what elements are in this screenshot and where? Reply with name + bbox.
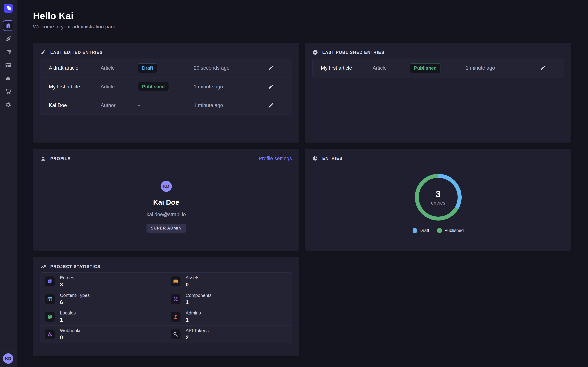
- strapi-logo-icon: [4, 4, 13, 13]
- pencil-icon: [41, 50, 46, 55]
- pencil-icon: [268, 84, 274, 90]
- stat-label: Locales: [60, 310, 76, 316]
- status-badge: -: [138, 103, 140, 108]
- profile-avatar: KD: [161, 181, 172, 192]
- table-row[interactable]: Kai Doe Author - 1 minute ago: [41, 96, 292, 115]
- home-icon: [5, 22, 11, 29]
- user-avatar[interactable]: KD: [3, 353, 13, 364]
- legend-item-draft: Draft: [413, 228, 429, 233]
- entries-total: 3: [436, 189, 441, 199]
- person-icon: [41, 156, 46, 161]
- layout-icon: [5, 62, 11, 68]
- entry-time: 1 minute ago: [466, 65, 538, 71]
- dashboard-grid: LAST EDITED ENTRIES A draft article Arti…: [33, 43, 571, 356]
- stat-value: 1: [60, 317, 76, 323]
- stat-value: 2: [186, 334, 209, 341]
- profile-settings-link[interactable]: Profile settings: [259, 156, 292, 161]
- draft-swatch: [413, 228, 417, 233]
- sidebar-user-section: KD: [0, 350, 16, 367]
- donut-center-label: 3 entries: [415, 174, 462, 221]
- sidebar-item-home[interactable]: [3, 20, 13, 31]
- empty-grid-cell: [305, 257, 571, 356]
- stat-label: Admins: [186, 310, 201, 316]
- card-title: LAST EDITED ENTRIES: [50, 50, 103, 55]
- profile-name: Kai Doe: [153, 198, 179, 206]
- profile-body: KD Kai Doe kai.doe@strapi.io SUPER ADMIN: [41, 161, 292, 233]
- stat-label: Webhooks: [60, 328, 81, 333]
- check-circle-icon: [312, 50, 318, 55]
- stat-value: 0: [186, 282, 199, 288]
- entry-name: My first article: [49, 84, 101, 90]
- key-icon: [171, 329, 181, 339]
- last-edited-table: A draft article Article Draft 20 seconds…: [41, 58, 292, 115]
- table-row[interactable]: A draft article Article Draft 20 seconds…: [41, 59, 292, 77]
- stat-label: Assets: [186, 275, 199, 280]
- legend-item-published: Published: [437, 228, 464, 233]
- sidebar-item-content-manager[interactable]: [3, 33, 13, 44]
- status-badge: Published: [138, 82, 169, 91]
- edit-entry-button[interactable]: [538, 63, 547, 73]
- sidebar-item-marketplace[interactable]: [3, 86, 13, 97]
- card-header: PROJECT STATISTICS: [41, 264, 292, 269]
- locales-icon: [45, 312, 55, 322]
- stat-value: 6: [60, 299, 90, 305]
- table-row[interactable]: My first article Article Published 1 min…: [41, 77, 292, 96]
- admins-icon: [171, 312, 181, 322]
- pie-chart-icon: [312, 156, 318, 161]
- entry-type: Article: [372, 65, 410, 71]
- sidebar: KD: [0, 0, 17, 367]
- role-badge: SUPER ADMIN: [147, 224, 186, 233]
- stat-value: 0: [60, 334, 81, 341]
- stat-admins: Admins 1: [166, 308, 292, 325]
- components-icon: [171, 294, 181, 304]
- pencil-icon: [268, 65, 274, 71]
- cart-icon: [5, 88, 11, 95]
- pencil-icon: [268, 102, 274, 108]
- strapi-logo[interactable]: [4, 4, 13, 13]
- profile-card: PROFILE Profile settings KD Kai Doe kai.…: [33, 149, 299, 251]
- entry-time: 1 minute ago: [194, 102, 266, 108]
- stat-label: Content-Types: [60, 293, 90, 298]
- stat-label: API Tokens: [186, 328, 209, 333]
- stat-webhooks: Webhooks 0: [41, 325, 166, 343]
- card-header: ENTRIES: [312, 156, 564, 161]
- card-title: PROJECT STATISTICS: [50, 264, 100, 269]
- assets-icon: [171, 276, 181, 286]
- sidebar-item-deploy[interactable]: [3, 73, 13, 84]
- entry-type: Author: [101, 102, 138, 108]
- stat-value: 3: [60, 282, 74, 288]
- stat-components: Components 1: [166, 290, 292, 308]
- entry-name: Kai Doe: [49, 102, 101, 108]
- edit-entry-button[interactable]: [266, 82, 275, 91]
- sidebar-nav: [3, 20, 13, 110]
- stat-api-tokens: API Tokens 2: [166, 325, 292, 343]
- page-title: Hello Kai: [33, 10, 571, 21]
- sidebar-item-media-library[interactable]: [3, 47, 13, 57]
- stat-label: Entries: [60, 275, 74, 280]
- status-badge: Draft: [138, 63, 157, 73]
- webhook-icon: [45, 329, 55, 339]
- stat-entries: Entries 3: [41, 273, 166, 290]
- entries-chart-card: ENTRIES 3 entries Draft P: [305, 149, 571, 251]
- stat-assets: Assets 0: [166, 273, 292, 290]
- card-title: LAST PUBLISHED ENTRIES: [322, 50, 384, 55]
- entry-time: 1 minute ago: [194, 84, 266, 90]
- entry-name: A draft article: [49, 65, 101, 71]
- entry-time: 20 seconds ago: [194, 65, 266, 71]
- card-header: LAST EDITED ENTRIES: [41, 50, 292, 55]
- edit-entry-button[interactable]: [266, 63, 275, 73]
- table-row[interactable]: My first article Article Published 1 min…: [313, 59, 564, 77]
- card-title: PROFILE: [50, 156, 70, 161]
- pencil-icon: [540, 65, 546, 71]
- last-published-entries-card: LAST PUBLISHED ENTRIES My first article …: [305, 43, 571, 142]
- entries-donut-chart: 3 entries: [415, 174, 462, 221]
- page-subtitle: Welcome to your administration panel: [33, 24, 571, 30]
- feather-icon: [5, 35, 11, 42]
- edit-entry-button[interactable]: [266, 101, 275, 110]
- cloud-icon: [5, 75, 11, 82]
- last-published-table: My first article Article Published 1 min…: [312, 58, 564, 77]
- sidebar-item-settings[interactable]: [3, 100, 13, 110]
- entries-caption: entries: [431, 200, 445, 206]
- project-statistics-card: PROJECT STATISTICS Entries 3: [33, 257, 299, 356]
- sidebar-item-content-type-builder[interactable]: [3, 60, 13, 70]
